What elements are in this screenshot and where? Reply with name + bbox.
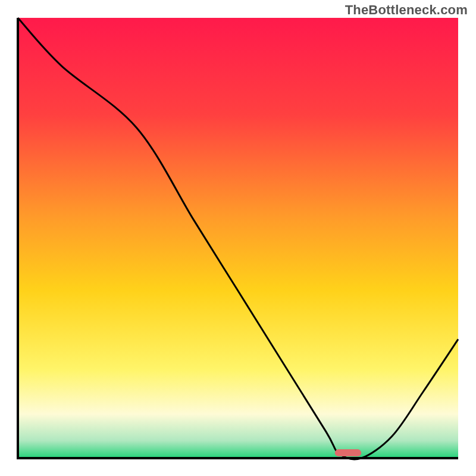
watermark-text: TheBottleneck.com: [345, 2, 468, 18]
optimal-marker: [335, 449, 361, 456]
bottleneck-chart: [0, 0, 476, 476]
chart-container: TheBottleneck.com: [0, 0, 476, 476]
